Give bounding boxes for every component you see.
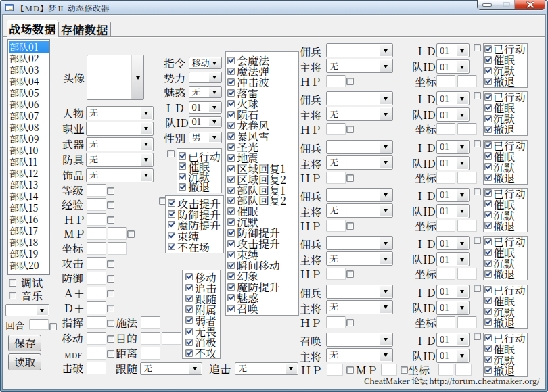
- merc6-hp-checkbox[interactable]: [346, 319, 354, 326]
- status-checkbox-1[interactable]: [179, 152, 186, 160]
- buff-checkbox-3[interactable]: [168, 221, 175, 228]
- command-input[interactable]: [87, 316, 106, 329]
- target-input[interactable]: [141, 332, 160, 345]
- merc5-coord-input-2[interactable]: [457, 268, 477, 280]
- merc7-team-combobox[interactable]: 01: [436, 349, 470, 363]
- merc4-slot-combobox[interactable]: [326, 188, 393, 202]
- merc7-status-checkbox-4[interactable]: [484, 366, 492, 374]
- merc7-status-checkbox-3[interactable]: [484, 356, 492, 363]
- magic-checkbox-4[interactable]: [227, 89, 235, 97]
- merc4-status-checkbox-2[interactable]: [484, 200, 492, 207]
- music-checkbox[interactable]: [9, 292, 16, 299]
- merc4-status-checkbox-3[interactable]: [484, 211, 492, 218]
- magic-checkbox-15[interactable]: [227, 207, 235, 215]
- merc6-coord-input[interactable]: [436, 316, 455, 328]
- debug-checkbox[interactable]: [9, 279, 16, 287]
- merc1-slot-combobox[interactable]: [326, 43, 393, 57]
- magic-checkbox-16[interactable]: [227, 218, 235, 226]
- mdf-checkbox[interactable]: [107, 350, 114, 358]
- buff-checkbox-5[interactable]: [168, 243, 175, 250]
- follow-combobox[interactable]: 无: [140, 362, 202, 376]
- merc7-leader-combobox[interactable]: 无: [326, 348, 393, 362]
- hp-input[interactable]: [87, 213, 106, 226]
- magic-checkbox-3[interactable]: [227, 78, 235, 86]
- merc3-coord-input[interactable]: [436, 172, 455, 184]
- magic-checkbox-24[interactable]: [227, 305, 235, 312]
- class-combobox[interactable]: [86, 122, 154, 136]
- maximize-button[interactable]: [497, 0, 515, 9]
- merc4-status-checkbox-1[interactable]: [484, 189, 492, 197]
- merc3-id-combobox[interactable]: 01: [436, 140, 470, 154]
- merc3-leader-combobox[interactable]: 无: [326, 155, 393, 170]
- merc3-hp-checkbox[interactable]: [346, 174, 354, 182]
- coord-input-2[interactable]: [108, 242, 127, 255]
- merc1-leader-combobox[interactable]: 无: [326, 59, 393, 73]
- merc2-hp-checkbox[interactable]: [346, 126, 354, 133]
- merc4-coord-input[interactable]: [436, 220, 455, 232]
- merc4-hp-checkbox[interactable]: [346, 222, 354, 230]
- merc7-mp-checkbox[interactable]: [401, 366, 408, 374]
- cast-input[interactable]: [141, 316, 160, 329]
- exp-checkbox[interactable]: [107, 201, 114, 209]
- coord-input[interactable]: [87, 242, 106, 255]
- merc5-status-checkbox-2[interactable]: [484, 249, 492, 256]
- merc5-id-combobox[interactable]: 01: [436, 236, 470, 250]
- merc1-hp-input[interactable]: [326, 75, 346, 87]
- target-input-2[interactable]: [162, 332, 181, 345]
- move-input[interactable]: [87, 332, 106, 345]
- d-plus-checkbox[interactable]: [107, 305, 114, 312]
- weapon-combobox[interactable]: 无: [86, 137, 154, 151]
- merc5-status-checkbox-1[interactable]: [484, 238, 492, 245]
- merc2-status-checkbox-1[interactable]: [484, 93, 492, 101]
- troop-list-item[interactable]: 部队01: [9, 41, 50, 53]
- troop-list-item[interactable]: 部队02: [9, 53, 50, 64]
- merc5-team-combobox[interactable]: 01: [436, 252, 470, 266]
- close-button[interactable]: [515, 0, 545, 9]
- merc4-team-combobox[interactable]: 01: [436, 204, 470, 218]
- magic-checkbox-10[interactable]: [227, 154, 235, 162]
- merc1-status-checkbox-3[interactable]: [484, 67, 492, 74]
- merc1-coord-input[interactable]: [436, 75, 455, 87]
- merc2-status-checkbox-4[interactable]: [484, 126, 492, 133]
- status-checkbox-4[interactable]: [179, 183, 186, 191]
- behavior-checkbox-8[interactable]: [185, 349, 193, 357]
- merc7-hp-input[interactable]: [327, 364, 343, 376]
- merc2-status-checkbox-3[interactable]: [484, 115, 492, 122]
- merc5-status-checkbox-4[interactable]: [484, 270, 492, 278]
- magic-checkbox-21[interactable]: [227, 272, 235, 280]
- mp-checkbox[interactable]: [127, 230, 135, 238]
- merc1-status-checkbox-2[interactable]: [484, 56, 492, 64]
- merc6-coord-input-2[interactable]: [457, 316, 477, 328]
- distance-input[interactable]: [141, 347, 160, 360]
- merc2-status-master-checkbox[interactable]: [474, 92, 481, 99]
- merc1-team-combobox[interactable]: 01: [436, 59, 470, 74]
- merc6-hp-input[interactable]: [326, 316, 346, 328]
- merc6-status-master-checkbox[interactable]: [474, 285, 481, 292]
- merc2-hp-input[interactable]: [326, 123, 346, 135]
- status-checkbox-3[interactable]: [179, 173, 186, 180]
- magic-checkbox-8[interactable]: [227, 132, 235, 140]
- merc5-status-master-checkbox[interactable]: [474, 237, 481, 244]
- magic-checkbox-13[interactable]: [227, 187, 235, 194]
- mp-input-2[interactable]: [108, 227, 127, 240]
- magic-checkbox-6[interactable]: [227, 111, 235, 118]
- team-id-combobox[interactable]: 01: [189, 116, 222, 128]
- destroy-input[interactable]: [87, 362, 106, 374]
- magic-checkbox-2[interactable]: [227, 68, 235, 75]
- merc3-hp-input[interactable]: [326, 172, 346, 184]
- preset-combobox[interactable]: [5, 304, 49, 316]
- merc3-team-combobox[interactable]: 01: [436, 156, 470, 170]
- mp-input[interactable]: [87, 227, 106, 240]
- troop-list-item[interactable]: 部队20: [9, 260, 50, 271]
- attack-checkbox[interactable]: [107, 260, 114, 268]
- armor-combobox[interactable]: 无: [86, 153, 154, 167]
- round-checkbox[interactable]: [49, 323, 57, 330]
- merc7-slot-combobox[interactable]: [326, 333, 393, 347]
- a-plus-input[interactable]: [87, 287, 106, 299]
- level-checkbox[interactable]: [107, 187, 114, 195]
- troop-listbox[interactable]: 部队01部队02部队03部队04部队05部队06部队07部队08部队09部队10…: [7, 39, 50, 275]
- merc7-status-checkbox-1[interactable]: [484, 334, 492, 341]
- magic-checkbox-14[interactable]: [227, 197, 235, 204]
- merc4-status-checkbox-4[interactable]: [484, 222, 492, 229]
- merc4-leader-combobox[interactable]: 无: [326, 203, 393, 218]
